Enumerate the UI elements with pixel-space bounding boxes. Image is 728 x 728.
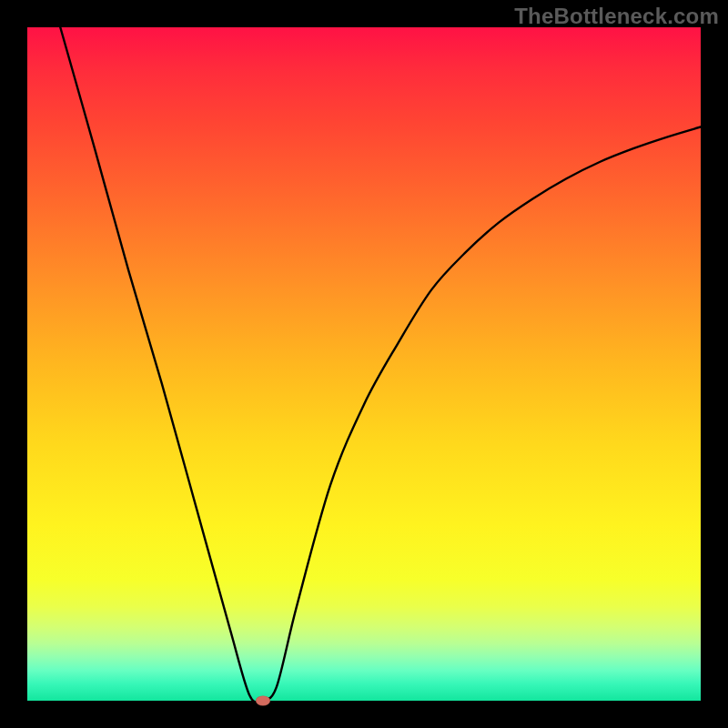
plot-area xyxy=(27,27,701,701)
watermark-text: TheBottleneck.com xyxy=(514,4,719,29)
optimum-marker xyxy=(256,696,270,706)
chart-frame: TheBottleneck.com xyxy=(0,0,728,728)
gradient-background xyxy=(27,27,701,701)
